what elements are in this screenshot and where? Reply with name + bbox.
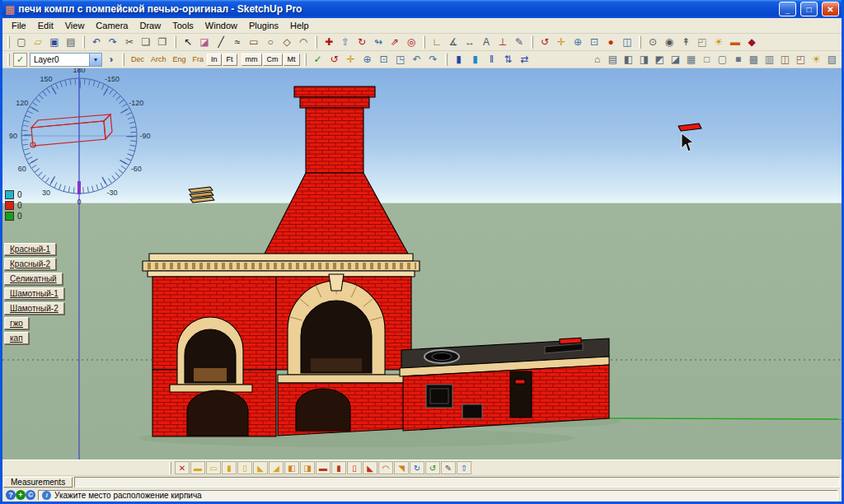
brick-red-flat-icon[interactable]: ▬ <box>316 461 331 474</box>
material-shamotny-2[interactable]: Шамотный-2 <box>4 302 64 315</box>
style-monochrome-icon[interactable]: ▥ <box>762 52 777 67</box>
help-icon[interactable]: ? <box>6 490 16 500</box>
paste-icon[interactable]: ❐ <box>154 35 171 49</box>
walk-icon[interactable]: ↟ <box>678 35 694 49</box>
brick-raise-icon[interactable]: ⇧ <box>457 461 471 474</box>
protractor-tool-icon[interactable]: ∡ <box>445 35 462 49</box>
position-camera-icon[interactable]: ⊙ <box>645 35 661 49</box>
unit-cm[interactable]: Cm <box>263 54 283 66</box>
menu-draw[interactable]: Draw <box>134 19 166 32</box>
toolbar-grip[interactable] <box>531 36 533 49</box>
polygon-tool-icon[interactable]: ◇ <box>279 35 295 49</box>
menu-window[interactable]: Window <box>199 19 243 32</box>
paint-bucket-icon[interactable]: ● <box>603 35 619 49</box>
center-base[interactable] <box>278 383 415 436</box>
pan-icon[interactable]: ✛ <box>343 52 359 67</box>
look-around-icon[interactable]: ◉ <box>661 35 678 49</box>
material-kap[interactable]: кап <box>4 332 29 344</box>
menu-help[interactable]: Help <box>284 19 315 32</box>
line-tool-icon[interactable]: ╱ <box>213 35 229 49</box>
floating-brick[interactable] <box>678 124 701 131</box>
save-file-icon[interactable]: ▣ <box>46 35 63 49</box>
chimney[interactable] <box>265 86 408 254</box>
raise-lower-icon[interactable]: ⇅ <box>500 52 517 67</box>
unit-format-arch[interactable]: Arch <box>148 55 170 63</box>
section-plane-icon[interactable]: ◰ <box>694 35 710 49</box>
toolbar-grip[interactable] <box>639 36 641 49</box>
maximize-button[interactable]: □ <box>800 2 818 16</box>
menu-camera[interactable]: Camera <box>90 19 134 32</box>
green-axis-lock[interactable] <box>5 212 14 221</box>
chevron-down-icon[interactable]: ▾ <box>89 54 101 66</box>
brick-edit-icon[interactable]: ✎ <box>441 461 456 474</box>
rectangle-tool-icon[interactable]: ▭ <box>246 35 262 49</box>
brick-wedge-icon[interactable]: ◥ <box>394 461 409 474</box>
dimension-tool-icon[interactable]: ↔ <box>462 35 478 49</box>
red-axis-lock[interactable] <box>5 201 14 210</box>
text-tool-icon[interactable]: A <box>478 35 495 49</box>
menu-plugins[interactable]: Plugins <box>243 19 284 32</box>
layer-color-icon[interactable]: ◑ <box>102 52 119 67</box>
brick-rotate-cw-icon[interactable]: ↻ <box>410 461 424 474</box>
arc-tool-icon[interactable]: ◠ <box>295 35 312 49</box>
swap-icon[interactable]: ⇄ <box>517 52 533 67</box>
material-gzho[interactable]: гжо <box>4 317 29 329</box>
make-component-icon[interactable]: ◫ <box>619 35 635 49</box>
material-shamotny-1[interactable]: Шамотный-1 <box>4 287 64 300</box>
camera-back-icon[interactable]: ◩ <box>652 52 668 67</box>
unit-format-eng[interactable]: Eng <box>170 55 190 63</box>
camera-top-icon[interactable]: ▤ <box>605 52 621 67</box>
tape-measure-icon[interactable]: ∟ <box>429 35 445 49</box>
zoom-icon[interactable]: ⊕ <box>359 52 376 67</box>
brick-on-edge-icon[interactable]: ▮ <box>222 461 237 474</box>
toolbar-grip[interactable] <box>423 36 425 49</box>
menu-file[interactable]: File <box>6 19 32 32</box>
hearth-sill[interactable] <box>278 375 415 383</box>
blue-axis-lock[interactable] <box>5 190 14 199</box>
open-file-icon[interactable]: ▱ <box>30 35 46 49</box>
scale-tool-icon[interactable]: ⇗ <box>387 35 403 49</box>
new-file-icon[interactable]: ▢ <box>13 35 30 49</box>
title-bar[interactable]: ▦ печи компл с помпейской печью-оригинал… <box>2 0 842 18</box>
model-info-icon[interactable]: © <box>26 490 35 500</box>
unit-format-fra[interactable]: Fra <box>190 55 208 63</box>
style-shaded-icon[interactable]: ■ <box>730 52 746 67</box>
toolbar-grip[interactable] <box>7 54 10 66</box>
brick-delete-icon[interactable]: ✕ <box>175 461 190 474</box>
3d-text-tool-icon[interactable]: ✎ <box>511 35 528 49</box>
toolbar-grip[interactable] <box>315 36 317 49</box>
zoom-window-icon[interactable]: ⊡ <box>376 52 392 67</box>
stove-model[interactable] <box>143 86 701 436</box>
select-tool-icon[interactable]: ↖ <box>180 35 196 49</box>
brick-half-icon[interactable]: ◧ <box>284 461 299 474</box>
style-xray-icon[interactable]: ▦ <box>683 52 699 67</box>
viewport[interactable]: 1801501209060300-30-60-90-120-150 0 0 0 <box>2 68 842 460</box>
toolbar-grip[interactable] <box>169 462 171 474</box>
unit-in[interactable]: In <box>207 54 222 66</box>
profile-tool-icon[interactable]: ▮ <box>451 52 467 67</box>
brick-red-upright-icon[interactable]: ▯ <box>347 461 362 474</box>
material-krasny-1[interactable]: Красный-1 <box>4 243 56 255</box>
minimize-button[interactable]: _ <box>779 2 796 16</box>
print-icon[interactable]: ▤ <box>63 35 79 49</box>
pan-tool-icon[interactable]: ✛ <box>553 35 570 49</box>
measurements-field[interactable] <box>74 477 840 488</box>
unit-ft[interactable]: Ft <box>223 54 237 66</box>
ruby-console-icon[interactable]: ◆ <box>743 35 760 49</box>
toolbar-grip[interactable] <box>174 36 176 49</box>
follow-me-tool-icon[interactable]: ↬ <box>370 35 387 49</box>
brick-three-quarter-icon[interactable]: ◨ <box>300 461 315 474</box>
columns-tool-icon[interactable]: ‖ <box>484 52 500 67</box>
section-cut-icon[interactable]: ◰ <box>793 52 809 67</box>
shadows-icon[interactable]: ☀ <box>710 35 727 49</box>
camera-left-icon[interactable]: ◪ <box>668 52 683 67</box>
brick-plugin-icon[interactable]: ▬ <box>727 35 743 49</box>
move-tool-icon[interactable]: ✚ <box>321 35 337 49</box>
zoom-extents-icon[interactable]: ◳ <box>392 52 409 67</box>
zoom-extents-icon[interactable]: ⊡ <box>586 35 603 49</box>
menu-edit[interactable]: Edit <box>32 19 59 32</box>
zoom-tool-icon[interactable]: ⊕ <box>570 35 586 49</box>
brick-red-edge-icon[interactable]: ▮ <box>331 461 346 474</box>
cooktop-run[interactable] <box>400 338 609 431</box>
toolbar-grip[interactable] <box>82 36 85 49</box>
